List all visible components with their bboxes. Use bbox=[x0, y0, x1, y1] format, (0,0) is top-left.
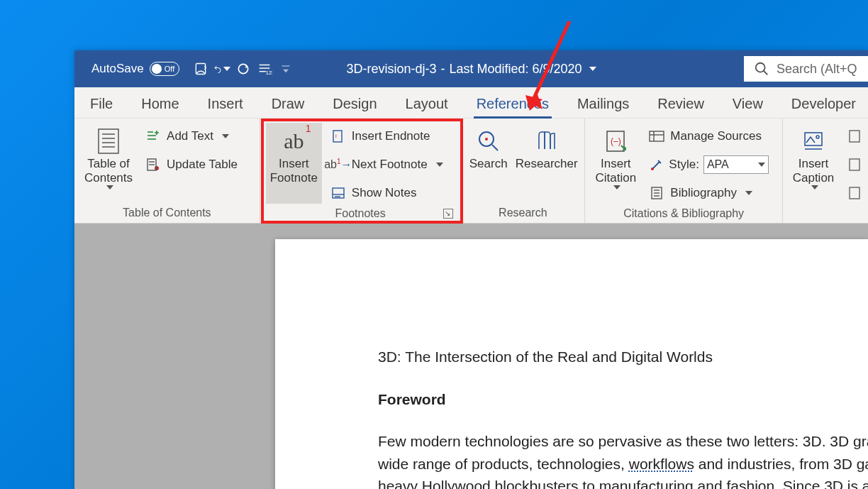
search-input[interactable]: Search (Alt+Q bbox=[744, 56, 868, 82]
document-icon bbox=[847, 185, 862, 201]
svg-line-35 bbox=[492, 145, 498, 150]
svg-rect-9 bbox=[282, 65, 289, 66]
group-table-of-contents: Table of Contents Add Text ! Upda bbox=[74, 119, 260, 223]
footnotes-dialog-launcher[interactable]: ↘ bbox=[443, 209, 453, 219]
svg-rect-28 bbox=[333, 131, 342, 142]
group-label-toc: Table of Contents bbox=[80, 204, 254, 221]
manage-sources-button[interactable]: Manage Sources bbox=[645, 124, 773, 148]
undo-icon[interactable] bbox=[213, 60, 230, 77]
autosave-label: AutoSave bbox=[91, 62, 144, 76]
svg-rect-50 bbox=[850, 159, 859, 170]
quick-access-toolbar: 123 bbox=[192, 60, 294, 77]
insert-footnote-icon: ab 1 bbox=[284, 126, 304, 157]
document-page[interactable]: 3D: The Intersection of the Real and Dig… bbox=[275, 239, 868, 489]
document-icon bbox=[847, 157, 862, 172]
researcher-icon bbox=[535, 126, 559, 157]
style-icon bbox=[649, 157, 664, 172]
svg-text:!: ! bbox=[156, 166, 157, 170]
tab-developer[interactable]: Developer bbox=[789, 92, 859, 118]
add-text-icon bbox=[145, 128, 161, 144]
update-table-icon: ! bbox=[145, 157, 161, 172]
search-button[interactable]: Search bbox=[467, 123, 510, 204]
svg-text:(–): (–) bbox=[611, 136, 621, 146]
svg-rect-13 bbox=[99, 129, 118, 153]
svg-point-47 bbox=[816, 136, 819, 138]
search-placeholder: Search (Alt+Q bbox=[777, 62, 857, 77]
redo-icon[interactable] bbox=[235, 60, 252, 77]
caption-item-1[interactable] bbox=[842, 124, 867, 148]
bibliography-button[interactable]: Bibliography bbox=[645, 181, 773, 205]
tab-home[interactable]: Home bbox=[138, 92, 182, 118]
qat-customize-icon[interactable] bbox=[277, 60, 294, 77]
tab-insert[interactable]: Insert bbox=[205, 92, 246, 118]
group-research: Search Researcher Research bbox=[461, 119, 585, 223]
tab-design[interactable]: Design bbox=[330, 92, 379, 118]
svg-text:i: i bbox=[335, 133, 337, 139]
svg-rect-46 bbox=[805, 133, 822, 145]
tab-view[interactable]: View bbox=[730, 92, 766, 118]
tab-mailings[interactable]: Mailings bbox=[574, 92, 632, 118]
save-icon[interactable] bbox=[192, 60, 209, 77]
word-window: AutoSave Off 123 3D-revision-dj-3 - bbox=[74, 50, 868, 489]
tab-review[interactable]: Review bbox=[655, 92, 707, 118]
tab-file[interactable]: File bbox=[87, 92, 116, 118]
insert-endnote-icon: i bbox=[330, 128, 346, 144]
document-icon bbox=[847, 128, 862, 144]
insert-footnote-button[interactable]: ab 1 Insert Footnote bbox=[266, 123, 322, 204]
search-icon bbox=[754, 61, 769, 77]
insert-caption-button[interactable]: Insert Caption bbox=[789, 123, 838, 204]
svg-rect-38 bbox=[650, 131, 664, 141]
doc-title: 3D: The Intersection of the Real and Dig… bbox=[378, 346, 868, 368]
document-area[interactable]: 3D: The Intersection of the Real and Dig… bbox=[74, 224, 868, 489]
search-icon bbox=[477, 126, 501, 157]
titlebar: AutoSave Off 123 3D-revision-dj-3 - bbox=[74, 50, 868, 87]
table-of-contents-icon bbox=[97, 126, 120, 157]
tab-references[interactable]: References bbox=[474, 92, 552, 118]
caption-item-2[interactable] bbox=[842, 153, 867, 177]
manage-sources-icon bbox=[649, 128, 664, 144]
researcher-button[interactable]: Researcher bbox=[514, 123, 579, 204]
style-select[interactable]: APA bbox=[703, 155, 769, 174]
insert-caption-icon bbox=[802, 126, 825, 157]
svg-marker-10 bbox=[283, 70, 289, 73]
show-notes-button[interactable]: Show Notes bbox=[326, 181, 447, 205]
paragraph-icon[interactable]: 123 bbox=[256, 60, 273, 77]
svg-point-34 bbox=[485, 138, 488, 141]
autosave-toggle[interactable]: AutoSave Off bbox=[91, 62, 179, 76]
caption-item-3[interactable] bbox=[842, 181, 867, 205]
table-of-contents-button[interactable]: Table of Contents bbox=[80, 123, 137, 204]
svg-text:123: 123 bbox=[266, 70, 272, 76]
bibliography-icon bbox=[649, 185, 664, 201]
group-footnotes: ab 1 Insert Footnote i Insert Endnote bbox=[260, 119, 462, 223]
svg-point-41 bbox=[651, 167, 654, 170]
next-footnote-icon: ab1→ bbox=[330, 157, 346, 172]
svg-rect-51 bbox=[850, 187, 859, 199]
svg-point-11 bbox=[756, 63, 765, 72]
document-title: 3D-revision-dj-3 - Last Modified: 6/9/20… bbox=[346, 62, 596, 77]
tab-layout[interactable]: Layout bbox=[403, 92, 451, 118]
add-text-button[interactable]: Add Text bbox=[141, 124, 242, 148]
ribbon: Table of Contents Add Text ! Upda bbox=[74, 119, 868, 224]
next-footnote-button[interactable]: ab1→ Next Footnote bbox=[326, 153, 447, 177]
doc-body: Few modern technologies are so pervasive… bbox=[378, 430, 868, 489]
autosave-switch[interactable]: Off bbox=[150, 62, 179, 76]
group-label-research: Research bbox=[467, 204, 579, 221]
tab-draw[interactable]: Draw bbox=[269, 92, 308, 118]
style-dropdown[interactable]: Style: APA bbox=[645, 153, 773, 177]
svg-line-12 bbox=[764, 71, 768, 75]
group-citations: (–) Insert Citation Manage Sources bbox=[585, 119, 783, 223]
group-label-citations: Citations & Bibliography bbox=[591, 205, 777, 221]
ribbon-tabs: File Home Insert Draw Design Layout Refe… bbox=[74, 87, 868, 119]
svg-rect-49 bbox=[850, 131, 859, 142]
insert-endnote-button[interactable]: i Insert Endnote bbox=[326, 124, 447, 148]
insert-citation-button[interactable]: (–) Insert Citation bbox=[591, 123, 640, 204]
update-table-button[interactable]: ! Update Table bbox=[141, 153, 242, 177]
group-label-footnotes: Footnotes ↘ bbox=[266, 205, 455, 221]
show-notes-icon bbox=[330, 185, 346, 201]
doc-foreword-heading: Foreword bbox=[378, 388, 868, 411]
insert-citation-icon: (–) bbox=[603, 126, 628, 157]
group-captions: Insert Caption bbox=[783, 119, 868, 223]
